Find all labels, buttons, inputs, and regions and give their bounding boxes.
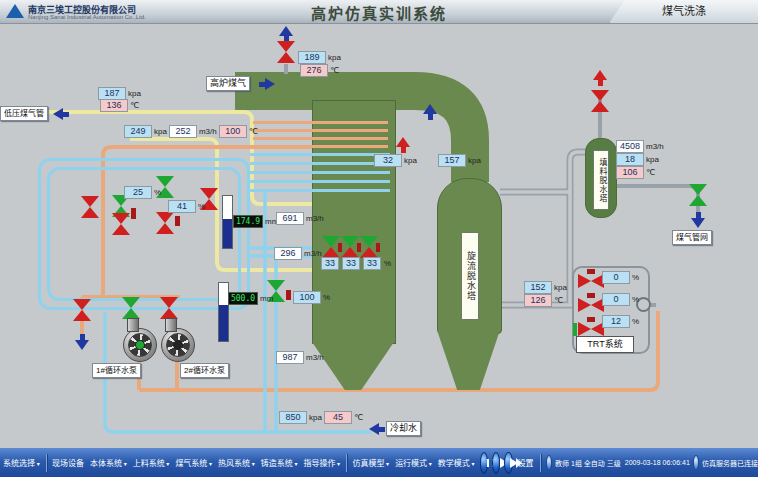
value-box: 33 (321, 257, 339, 270)
digital-display: 500.0 (228, 292, 258, 305)
reading-trt-valve-3: 12% (602, 315, 639, 328)
valve-actuator (175, 216, 180, 226)
value-box: 249 (124, 125, 152, 138)
pump-1[interactable] (123, 328, 157, 362)
reading-spray-valves: 33 33 33 % (321, 257, 391, 270)
valve-actuator (573, 323, 577, 336)
left-arrow-icon (53, 108, 69, 120)
water-valve[interactable] (112, 213, 130, 235)
value-box: 987 (276, 351, 304, 364)
gas-network-label: 煤气管网 (672, 230, 712, 245)
value-box: 12 (602, 315, 630, 328)
valve-actuator (286, 290, 291, 300)
scada-screen: 南京三埃工控股份有限公司 Nanjing Sanai Industrial Au… (0, 0, 758, 477)
value-box: 33 (342, 257, 360, 270)
reading-flow-691: 691m3/h (276, 212, 324, 225)
value-box: 691 (276, 212, 304, 225)
down-arrow-icon (75, 334, 89, 350)
value-box: 33 (363, 257, 381, 270)
spray-pipe (253, 145, 388, 148)
trt-valve-3[interactable] (578, 322, 604, 336)
pump-outlet (127, 318, 139, 332)
pump2-label: 2#循环水泵 (180, 363, 229, 378)
spray-pipe (250, 162, 390, 165)
value-box: 100 (219, 125, 247, 138)
valve-actuator (357, 243, 361, 252)
value-box: 25 (124, 186, 152, 199)
value-box: 32 (374, 154, 402, 167)
reading-cooling-water: 850kpa 45℃ (279, 411, 363, 424)
valve-actuator (131, 208, 136, 219)
spray-pipe (253, 121, 388, 124)
value-box: 106 (616, 166, 644, 179)
value-box: 276 (300, 64, 328, 77)
right-arrow-icon (259, 78, 275, 90)
value-box: 4508 (616, 140, 644, 153)
valve-actuator (338, 243, 342, 252)
level-gauge-1 (222, 195, 233, 249)
water-valve[interactable] (156, 212, 174, 234)
reading-flow-987: 987m3/h (276, 351, 324, 364)
up-arrow-icon (423, 104, 437, 120)
pump-outlet (165, 318, 177, 332)
value-box: 850 (279, 411, 307, 424)
value-box: 18 (616, 153, 644, 166)
value-box: 0 (602, 293, 630, 306)
trt-valve-1[interactable] (578, 274, 604, 288)
value-box: 152 (524, 281, 552, 294)
reading-lp-temp: 136℃ (100, 99, 139, 112)
up-arrow-icon (279, 26, 293, 42)
value-box: 0 (602, 271, 630, 284)
spray-pipe (250, 189, 390, 192)
reading-top-pressure: 189kpa (298, 51, 341, 64)
reading-level-1: 174.9mm (233, 215, 278, 228)
top-vent-valve[interactable] (277, 41, 295, 63)
blast-furnace-gas-label: 高炉煤气 (206, 76, 250, 91)
reading-flow-296: 296m3/h (274, 247, 322, 260)
value-box: 296 (274, 247, 302, 260)
reading-trt-temp: 126℃ (524, 294, 563, 307)
trt-valve-2[interactable] (578, 298, 604, 312)
reading-trt-pressure: 152kpa (524, 281, 567, 294)
duct-vent-arrow-icon (396, 137, 410, 153)
down-arrow-icon (691, 212, 705, 228)
drain-valve[interactable] (73, 299, 91, 321)
reading-duct-pressure: 32kpa (374, 154, 417, 167)
value-box: 252 (169, 125, 197, 138)
spray-pipe (250, 153, 390, 156)
trt-system-label: TRT系统 (576, 336, 634, 353)
value-box: 126 (524, 294, 552, 307)
spray-pipe (253, 137, 388, 140)
reading-top-temp: 276℃ (300, 64, 339, 77)
value-box: 157 (438, 154, 466, 167)
reading-feed-row: 249kpa 252m3/h 100℃ (124, 125, 258, 138)
value-box: 136 (100, 99, 128, 112)
pump-2[interactable] (161, 328, 195, 362)
reading-packing-pressure: 18kpa (616, 153, 659, 166)
pump2-inlet-valve[interactable] (160, 297, 178, 319)
value-box: 45 (324, 411, 352, 424)
gas-outlet-valve[interactable] (689, 184, 707, 206)
pump1-inlet-valve[interactable] (122, 297, 140, 319)
value-box: 41 (168, 200, 196, 213)
low-pressure-pipe-label: 低压煤气管 (0, 106, 48, 121)
packing-vent-valve[interactable] (591, 90, 609, 112)
spray-pipe (250, 180, 390, 183)
reading-trt-valve-2: 0% (602, 293, 639, 306)
pump1-label: 1#循环水泵 (92, 363, 141, 378)
value-box: 100 (293, 291, 321, 304)
valve-actuator (376, 243, 380, 252)
packing-tower-label: 填料脱水塔 (593, 150, 609, 210)
reading-valve-41: 41% (168, 200, 205, 213)
cooling-water-label: 冷却水 (386, 421, 421, 436)
reading-valve-100: 100% (293, 291, 330, 304)
value-box: 189 (298, 51, 326, 64)
cyclone-tower-label: 旋流脱水塔 (461, 232, 479, 320)
water-valve[interactable] (81, 196, 99, 218)
reading-level-2: 500.0mm (228, 292, 273, 305)
left-arrow-icon (369, 423, 385, 435)
vent-arrow-icon (593, 70, 607, 86)
reading-packing-flow: 4508m3/h (616, 140, 664, 153)
spray-pipe (253, 129, 388, 132)
digital-display: 174.9 (233, 215, 263, 228)
